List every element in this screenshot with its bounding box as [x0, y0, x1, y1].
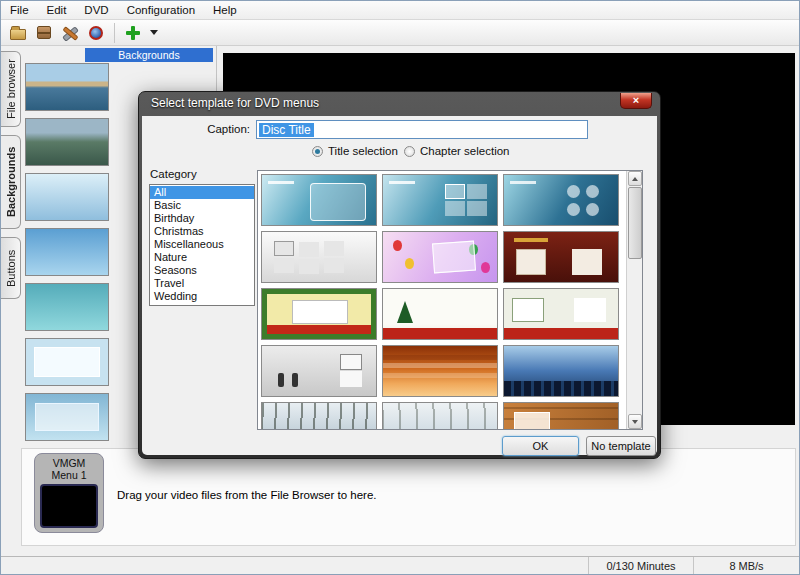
- template-thumbnail[interactable]: [261, 345, 377, 397]
- dialog-title: Select template for DVD menus: [151, 96, 319, 110]
- burn-disc-icon: [89, 26, 103, 40]
- tools-icon: [61, 24, 79, 42]
- project-button[interactable]: [31, 22, 57, 44]
- bottom-panel: VMGM Menu 1 Drag your video files from t…: [21, 448, 796, 546]
- project-box-icon: [37, 26, 51, 39]
- background-thumbnail[interactable]: [25, 393, 109, 441]
- add-menu-dropdown[interactable]: [146, 22, 160, 44]
- vmgm-menu-item[interactable]: VMGM Menu 1: [34, 453, 104, 533]
- template-thumbnail[interactable]: [503, 402, 619, 430]
- radio-chapter-label: Chapter selection: [420, 145, 510, 157]
- template-thumbnail[interactable]: [503, 288, 619, 340]
- burn-button[interactable]: [83, 22, 109, 44]
- open-folder-button[interactable]: [5, 22, 31, 44]
- add-menu-button[interactable]: [120, 22, 146, 44]
- chevron-down-icon: [150, 30, 158, 35]
- template-thumbnail[interactable]: [261, 174, 377, 226]
- category-item-all[interactable]: All: [150, 186, 254, 199]
- template-thumbnail[interactable]: [503, 345, 619, 397]
- template-thumbnail[interactable]: [261, 402, 377, 430]
- status-bar: 0/130 Minutes 8 MB/s: [1, 556, 799, 574]
- status-message-area: [1, 557, 588, 574]
- menu-file[interactable]: File: [1, 2, 38, 18]
- menu-dvd[interactable]: DVD: [75, 2, 117, 18]
- category-listbox: All Basic Birthday Christmas Miscellaneo…: [149, 184, 255, 306]
- category-item-seasons[interactable]: Seasons: [150, 264, 254, 277]
- menu-edit[interactable]: Edit: [38, 2, 76, 18]
- template-thumbnail[interactable]: [382, 402, 498, 430]
- template-grid-panel: [257, 170, 643, 430]
- backgrounds-panel-title: Backgrounds: [85, 48, 213, 62]
- close-icon: ×: [633, 94, 639, 106]
- arrow-up-icon: [632, 177, 638, 181]
- status-minutes: 0/130 Minutes: [588, 557, 693, 574]
- tools-button[interactable]: [57, 22, 83, 44]
- toolbar: [1, 20, 799, 46]
- sidebar-tab-file-browser[interactable]: File browser: [1, 51, 21, 127]
- app-window: File Edit DVD Configuration Help File br…: [0, 0, 800, 575]
- menu-bar: File Edit DVD Configuration Help: [1, 1, 799, 20]
- template-thumbnail[interactable]: [382, 345, 498, 397]
- template-dialog: Select template for DVD menus × Caption:…: [138, 91, 661, 459]
- ok-button[interactable]: OK: [502, 436, 579, 456]
- menu1-label: Menu 1: [38, 469, 100, 481]
- menu-help[interactable]: Help: [204, 2, 246, 18]
- radio-chapter-selection[interactable]: Chapter selection: [404, 145, 510, 157]
- category-label: Category: [150, 168, 197, 180]
- template-thumbnail[interactable]: [503, 174, 619, 226]
- template-thumbnail[interactable]: [261, 288, 377, 340]
- scroll-up-button[interactable]: [628, 171, 642, 186]
- vmgm-label: VMGM: [38, 457, 100, 469]
- add-plus-icon: [125, 25, 141, 41]
- scroll-down-button[interactable]: [628, 414, 642, 429]
- background-thumbnail[interactable]: [25, 173, 109, 221]
- menu-configuration[interactable]: Configuration: [118, 2, 204, 18]
- drag-hint-text: Drag your video files from the File Brow…: [117, 489, 377, 501]
- template-thumbnail[interactable]: [382, 288, 498, 340]
- category-item-christmas[interactable]: Christmas: [150, 225, 254, 238]
- caption-value: Disc Title: [259, 123, 314, 137]
- template-thumbnail[interactable]: [382, 174, 498, 226]
- template-thumbnail[interactable]: [261, 231, 377, 283]
- status-speed: 8 MB/s: [693, 557, 799, 574]
- scrollbar-thumb[interactable]: [628, 187, 642, 259]
- background-thumbnail[interactable]: [25, 228, 109, 276]
- dialog-body: Caption: Disc Title Title selection Chap…: [142, 116, 657, 455]
- arrow-down-icon: [632, 420, 638, 424]
- radio-title-selection[interactable]: Title selection: [312, 145, 398, 157]
- sidebar-tab-backgrounds[interactable]: Backgrounds: [1, 135, 21, 229]
- sidebar-tab-buttons[interactable]: Buttons: [1, 237, 21, 299]
- radio-icon: [404, 146, 415, 157]
- category-item-nature[interactable]: Nature: [150, 251, 254, 264]
- close-button[interactable]: ×: [620, 93, 652, 109]
- caption-label: Caption:: [178, 123, 250, 135]
- radio-icon: [312, 146, 323, 157]
- template-thumbnail[interactable]: [382, 231, 498, 283]
- category-item-travel[interactable]: Travel: [150, 277, 254, 290]
- radio-title-label: Title selection: [328, 145, 398, 157]
- background-thumbnail[interactable]: [25, 118, 109, 166]
- background-thumbnail[interactable]: [25, 338, 109, 386]
- category-item-birthday[interactable]: Birthday: [150, 212, 254, 225]
- category-item-wedding[interactable]: Wedding: [150, 290, 254, 303]
- template-grid: [260, 173, 624, 429]
- category-item-basic[interactable]: Basic: [150, 199, 254, 212]
- open-folder-icon: [10, 29, 26, 40]
- template-thumbnail[interactable]: [503, 231, 619, 283]
- toolbar-separator: [114, 23, 115, 43]
- no-template-button[interactable]: No template: [586, 436, 656, 456]
- category-item-miscellaneous[interactable]: Miscellaneous: [150, 238, 254, 251]
- scrollbar: [626, 171, 642, 429]
- background-thumbnail[interactable]: [25, 63, 109, 111]
- caption-input[interactable]: Disc Title: [256, 120, 588, 139]
- vmgm-thumbnail: [40, 484, 98, 528]
- background-thumbnail[interactable]: [25, 283, 109, 331]
